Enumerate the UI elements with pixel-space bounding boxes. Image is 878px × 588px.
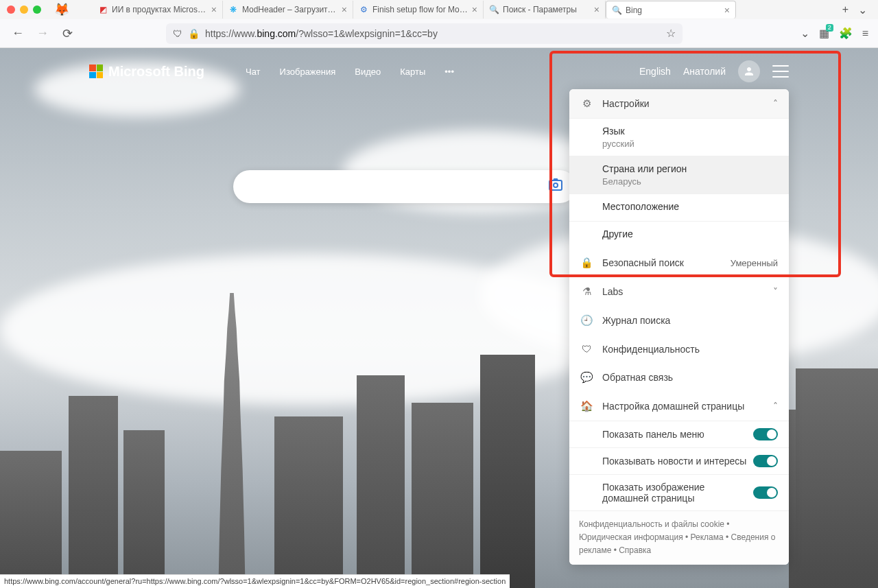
extensions-icon[interactable]: 🧩 bbox=[839, 27, 853, 40]
toggle-homepageimg-switch[interactable] bbox=[753, 486, 778, 499]
browser-status-bar: https://www.bing.com/account/general?ru=… bbox=[0, 574, 510, 588]
tab-close-icon[interactable]: × bbox=[342, 4, 347, 15]
firefox-icon: 🦊 bbox=[55, 3, 69, 16]
settings-toggle-homepageimg-row[interactable]: Показать изображение домашней страницы bbox=[569, 474, 789, 510]
settings-footer-links[interactable]: Конфиденциальность и файлы cookie • Юрид… bbox=[569, 510, 789, 565]
settings-feedback-row[interactable]: 💬 Обратная связь bbox=[569, 363, 789, 392]
toggle-menubar-label: Показать панель меню bbox=[602, 429, 753, 440]
forward-button[interactable]: → bbox=[34, 25, 51, 42]
browser-tab[interactable]: ❋ ModHeader – Загрузите эт × bbox=[223, 1, 353, 19]
settings-safesearch-label: Безопасный поиск bbox=[602, 257, 721, 268]
gear-icon: ⚙ bbox=[580, 97, 593, 110]
settings-language-label: Язык bbox=[602, 126, 778, 137]
search-box[interactable] bbox=[233, 170, 576, 203]
settings-location-label: Местоположение bbox=[602, 201, 778, 212]
microsoft-logo-icon bbox=[89, 64, 103, 78]
browser-tab[interactable]: ⚙ Finish setup flow for ModH × bbox=[353, 1, 484, 19]
minimize-window-button[interactable] bbox=[20, 5, 28, 14]
bing-header-right: English Анатолий bbox=[639, 60, 789, 82]
settings-toggle-menubar-row[interactable]: Показать панель меню bbox=[569, 421, 789, 447]
svg-point-1 bbox=[554, 183, 558, 187]
search-input[interactable] bbox=[246, 180, 547, 193]
bing-logo[interactable]: Microsoft Bing bbox=[89, 64, 204, 80]
nav-images[interactable]: Изображения bbox=[280, 67, 336, 77]
settings-labs-row[interactable]: ⚗ Labs ˅ bbox=[569, 277, 789, 306]
settings-language-value: русский bbox=[602, 139, 778, 149]
tab-title: Bing bbox=[626, 5, 720, 15]
address-bar: ← → ⟳ 🛡 🔒 https://www.bing.com/?wlsso=1&… bbox=[0, 19, 878, 48]
reload-button[interactable]: ⟳ bbox=[59, 25, 75, 42]
url-domain: bing.com bbox=[257, 28, 296, 39]
shield-icon: 🛡 bbox=[580, 343, 593, 355]
toggle-menubar-switch[interactable] bbox=[753, 428, 778, 440]
url-security-icons: 🛡 🔒 bbox=[173, 28, 200, 39]
nav-video[interactable]: Видео bbox=[355, 67, 381, 77]
browser-tab[interactable]: ◩ ИИ в продуктах Microsoft: × bbox=[93, 1, 223, 19]
tab-actions: + ⌄ bbox=[842, 3, 871, 16]
new-tab-button[interactable]: + bbox=[842, 3, 849, 16]
nav-chat[interactable]: Чат bbox=[246, 67, 261, 77]
settings-privacy-label: Конфиденциальность bbox=[602, 344, 778, 355]
settings-location-row[interactable]: Местоположение bbox=[569, 193, 789, 221]
nav-maps[interactable]: Карты bbox=[400, 67, 425, 77]
hamburger-menu-button[interactable] bbox=[772, 65, 789, 78]
chevron-up-icon: ˄ bbox=[773, 401, 778, 412]
settings-labs-label: Labs bbox=[602, 286, 763, 297]
extension-modheader-icon[interactable]: ▦2 bbox=[819, 27, 829, 40]
tab-favicon-icon: ◩ bbox=[98, 5, 108, 14]
chevron-up-icon: ˄ bbox=[773, 98, 778, 109]
settings-history-row[interactable]: 🕘 Журнал поиска bbox=[569, 306, 789, 335]
toggle-news-label: Показывать новости и интересы bbox=[602, 456, 753, 467]
pocket-icon[interactable]: ⌄ bbox=[800, 27, 809, 40]
settings-dropdown-panel: ⚙ Настройки ˄ Язык русский Страна или ре… bbox=[569, 89, 789, 565]
url-bar[interactable]: 🛡 🔒 https://www.bing.com/?wlsso=1&wlexps… bbox=[166, 23, 683, 44]
tab-close-icon[interactable]: × bbox=[724, 5, 730, 16]
settings-others-row[interactable]: Другие bbox=[569, 221, 789, 248]
settings-header-row[interactable]: ⚙ Настройки ˄ bbox=[569, 89, 789, 118]
tab-close-icon[interactable]: × bbox=[211, 4, 217, 15]
nav-more[interactable]: ••• bbox=[444, 67, 454, 77]
tab-title: Finish setup flow for ModH bbox=[372, 5, 468, 14]
settings-region-row[interactable]: Страна или регион Беларусь bbox=[569, 156, 789, 193]
visual-search-icon[interactable] bbox=[547, 176, 564, 197]
shield-icon[interactable]: 🛡 bbox=[173, 28, 182, 39]
tab-title: ModHeader – Загрузите эт bbox=[242, 5, 337, 14]
browser-tab-active[interactable]: 🔍 Bing × bbox=[606, 1, 736, 19]
bookmark-star-icon[interactable]: ☆ bbox=[666, 27, 676, 40]
settings-privacy-row[interactable]: 🛡 Конфиденциальность bbox=[569, 335, 789, 363]
url-suffix: /?wlsso=1&wlexpsignin=1&cc=by bbox=[296, 28, 438, 39]
tab-close-icon[interactable]: × bbox=[594, 4, 600, 15]
browser-tab[interactable]: 🔍 Поиск - Параметры × bbox=[484, 1, 606, 19]
language-switch-link[interactable]: English bbox=[639, 66, 671, 77]
person-icon bbox=[743, 65, 755, 78]
tab-favicon-icon: 🔍 bbox=[489, 5, 499, 14]
lock-icon: 🔒 bbox=[580, 257, 593, 269]
settings-header-label: Настройки bbox=[602, 98, 763, 109]
browser-tabs-bar: 🦊 ◩ ИИ в продуктах Microsoft: × ❋ ModHea… bbox=[55, 0, 871, 19]
url-prefix: https://www. bbox=[205, 28, 257, 39]
toggle-homepageimg-label: Показать изображение домашней страницы bbox=[602, 482, 753, 504]
maximize-window-button[interactable] bbox=[33, 5, 41, 14]
settings-homepage-row[interactable]: 🏠 Настройка домашней страницы ˄ bbox=[569, 392, 789, 421]
chevron-down-icon: ˅ bbox=[773, 286, 778, 297]
extension-badge-count: 2 bbox=[826, 24, 833, 32]
settings-language-row[interactable]: Язык русский bbox=[569, 118, 789, 156]
toggle-news-switch[interactable] bbox=[753, 455, 778, 467]
url-text: https://www.bing.com/?wlsso=1&wlexpsigni… bbox=[205, 28, 438, 39]
settings-safesearch-row[interactable]: 🔒 Безопасный поиск Умеренный bbox=[569, 248, 789, 277]
settings-homepage-label: Настройка домашней страницы bbox=[602, 401, 763, 412]
close-window-button[interactable] bbox=[7, 5, 15, 14]
settings-feedback-label: Обратная связь bbox=[602, 372, 778, 383]
app-menu-icon[interactable]: ≡ bbox=[862, 27, 868, 40]
svg-rect-0 bbox=[549, 180, 562, 190]
lock-icon[interactable]: 🔒 bbox=[188, 28, 200, 39]
list-tabs-button[interactable]: ⌄ bbox=[858, 3, 867, 16]
settings-history-label: Журнал поиска bbox=[602, 315, 778, 326]
user-avatar[interactable] bbox=[738, 60, 760, 82]
bing-logo-text: Microsoft Bing bbox=[108, 64, 204, 80]
settings-toggle-news-row[interactable]: Показывать новости и интересы bbox=[569, 447, 789, 474]
user-name[interactable]: Анатолий bbox=[683, 66, 726, 77]
tab-close-icon[interactable]: × bbox=[472, 4, 477, 15]
clock-icon: 🕘 bbox=[580, 314, 593, 327]
back-button[interactable]: ← bbox=[10, 25, 26, 42]
